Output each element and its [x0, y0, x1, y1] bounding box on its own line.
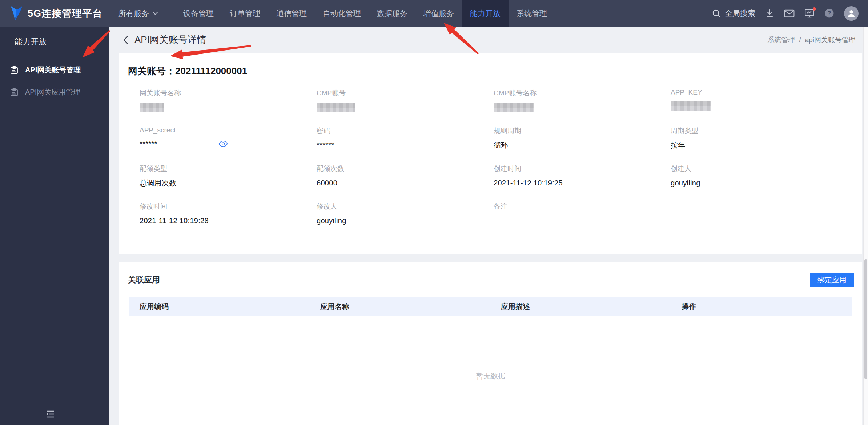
collapse-sidebar-icon [44, 409, 55, 419]
field-value-text: ****** [140, 140, 157, 148]
table-header-col-2: 应用名称 [310, 302, 491, 312]
messages-button[interactable] [784, 9, 795, 18]
field-label: 修改人 [317, 202, 494, 211]
related-apps-card: 关联应用 绑定应用 应用编码应用名称应用描述操作 暂无数据 [119, 262, 862, 425]
bind-app-button[interactable]: 绑定应用 [810, 273, 854, 287]
redacted-value [317, 103, 355, 112]
field-value: ****** [317, 140, 494, 150]
field-period-type: 周期类型按年 [671, 126, 848, 150]
brand: 5G连接管理平台 [7, 5, 103, 22]
field-app-key: APP_KEY [671, 88, 848, 112]
redacted-value [140, 103, 164, 112]
show-secret-button[interactable] [218, 141, 228, 147]
field-value-text: 总调用次数 [140, 178, 177, 188]
sidebar-item-label: API网关账号管理 [25, 65, 81, 75]
field-modify-time: 修改时间2021-11-12 10:19:28 [140, 202, 317, 226]
account-detail-card: 网关账号：20211112000001 网关账号名称CMP账号CMP账号名称AP… [119, 53, 862, 254]
nav-item-all-services[interactable]: 所有服务 [110, 0, 165, 27]
notification-badge [813, 7, 816, 11]
vertical-scrollbar[interactable] [863, 27, 868, 425]
sidebar-item-api-gateway-account-mgmt[interactable]: API网关账号管理 [0, 59, 109, 81]
breadcrumb-current: api网关账号管理 [805, 35, 856, 45]
field-value: gouyiling [671, 178, 848, 188]
sidebar-title: 能力开放 [0, 27, 109, 56]
global-search-button[interactable]: 全局搜索 [712, 8, 755, 19]
nav-item-label: 增值服务 [423, 8, 454, 19]
nav-item-capability-open[interactable]: 能力开放 [462, 0, 509, 27]
field-value-text: 按年 [671, 140, 686, 150]
field-value-text: gouyiling [317, 217, 346, 225]
sidebar-divider [0, 56, 109, 56]
download-button[interactable] [765, 9, 774, 18]
nav-item-comm-mgmt[interactable]: 通信管理 [268, 0, 315, 27]
field-value [494, 216, 671, 226]
nav-item-label: 设备管理 [183, 8, 214, 19]
nav-item-automation-mgmt[interactable]: 自动化管理 [315, 0, 369, 27]
table-header-col-4: 操作 [671, 302, 852, 312]
field-value [317, 103, 494, 112]
sidebar-item-api-gateway-app-mgmt[interactable]: API网关应用管理 [0, 81, 109, 103]
field-value-text: 60000 [317, 179, 337, 187]
field-value-text: gouyiling [671, 179, 700, 187]
nav-item-data-service[interactable]: 数据服务 [369, 0, 415, 27]
field-value [494, 103, 671, 112]
field-value: 总调用次数 [140, 178, 317, 188]
field-value: 60000 [317, 178, 494, 188]
chevron-down-icon [153, 10, 158, 15]
nav-item-device-mgmt[interactable]: 设备管理 [175, 0, 222, 27]
page-title: API网关账号详情 [134, 33, 206, 46]
gateway-account-number: 20211112000001 [175, 65, 247, 76]
field-rule-period: 规则周期循环 [494, 126, 671, 150]
related-apps-table-header: 应用编码应用名称应用描述操作 [129, 297, 852, 316]
field-label: APP_screct [140, 126, 317, 134]
field-value: 按年 [671, 140, 848, 150]
eye-icon [218, 141, 228, 147]
scrollbar-thumb[interactable] [864, 259, 867, 379]
field-label: 规则周期 [494, 126, 671, 136]
nav-item-label: 数据服务 [377, 8, 407, 19]
navbar-right: 全局搜索 ? [712, 6, 859, 21]
field-label: APP_KEY [671, 88, 848, 96]
field-app-secret: APP_screct****** [140, 126, 317, 150]
field-label: CMP账号名称 [494, 88, 671, 98]
field-label: 创建时间 [494, 164, 671, 173]
nav-item-system-mgmt[interactable]: 系统管理 [509, 0, 555, 27]
breadcrumb: 系统管理 / api网关账号管理 [767, 35, 856, 45]
brand-logo-icon [7, 5, 23, 22]
nav-item-value-added-service[interactable]: 增值服务 [415, 0, 462, 27]
user-avatar-icon [847, 9, 856, 18]
mail-icon [784, 9, 795, 18]
nav-item-label: 自动化管理 [323, 8, 361, 19]
clipboard-icon [10, 88, 19, 97]
table-header-col-3: 应用描述 [491, 302, 671, 312]
help-button[interactable]: ? [824, 8, 834, 18]
field-label: 配额次数 [317, 164, 494, 173]
field-gateway-account-name: 网关账号名称 [140, 88, 317, 112]
field-value-text: ****** [317, 141, 334, 149]
monitor-button[interactable] [804, 8, 815, 18]
user-avatar[interactable] [844, 6, 859, 21]
breadcrumb-separator: / [799, 36, 801, 44]
top-navbar: 5G连接管理平台 所有服务设备管理订单管理通信管理自动化管理数据服务增值服务能力… [0, 0, 868, 27]
nav-item-label: 通信管理 [276, 8, 307, 19]
field-value: gouyiling [317, 216, 494, 226]
field-label: 网关账号名称 [140, 88, 317, 98]
breadcrumb-parent[interactable]: 系统管理 [767, 35, 795, 45]
nav-item-label: 订单管理 [230, 8, 260, 19]
search-icon [712, 9, 721, 18]
download-icon [765, 9, 774, 18]
field-label: 周期类型 [671, 126, 848, 136]
field-cmp-account: CMP账号 [317, 88, 494, 112]
sidebar-menu: API网关账号管理API网关应用管理 [0, 59, 109, 103]
back-button[interactable] [122, 35, 129, 45]
field-value [671, 101, 848, 111]
field-label: 创建人 [671, 164, 848, 173]
related-apps-title: 关联应用 [128, 274, 160, 285]
field-password: 密码****** [317, 126, 494, 150]
app-title: 5G连接管理平台 [28, 7, 103, 20]
field-value-text: 2021-11-12 10:19:25 [494, 179, 563, 187]
nav-item-order-mgmt[interactable]: 订单管理 [222, 0, 268, 27]
collapse-sidebar-button[interactable] [44, 409, 55, 421]
sidebar-item-label: API网关应用管理 [25, 87, 80, 97]
field-creator: 创建人gouyiling [671, 164, 848, 188]
